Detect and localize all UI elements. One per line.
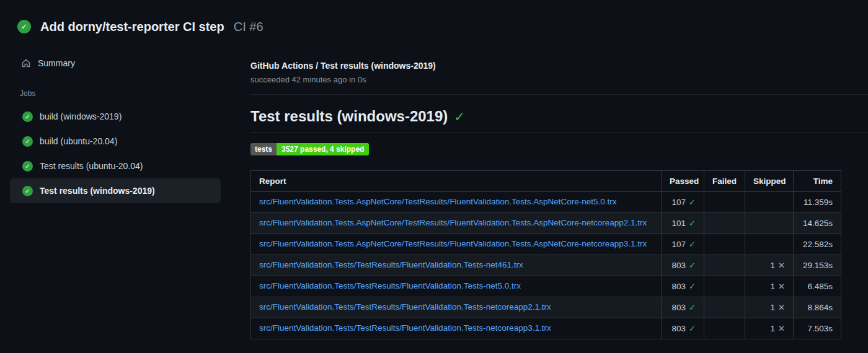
skipped-count: 1 <box>771 261 776 270</box>
cross-icon: ✕ <box>778 303 785 312</box>
check-icon: ✓ <box>689 261 696 270</box>
column-header-passed: Passed <box>662 171 704 192</box>
time-value: 6.485s <box>794 276 841 297</box>
passed-count: 101 <box>672 219 686 228</box>
skipped-count: 1 <box>771 282 776 291</box>
sidebar-item-test-results-ubuntu-2004[interactable]: ✓ Test results (ubuntu-20.04) <box>10 154 221 178</box>
table-header-row: Report Passed Failed Skipped Time <box>251 171 841 192</box>
check-icon: ✓ <box>689 282 696 291</box>
jobs-section-label: Jobs <box>20 89 242 98</box>
sidebar-item-build-windows-2019[interactable]: ✓ build (windows-2019) <box>10 104 221 129</box>
sidebar-summary-label: Summary <box>38 58 75 68</box>
passed-count: 803 <box>672 282 686 291</box>
check-glyph: ✓ <box>21 22 27 31</box>
sidebar-item-summary[interactable]: Summary <box>21 56 242 71</box>
check-glyph: ✓ <box>25 188 30 194</box>
time-value: 11.359s <box>794 192 841 213</box>
skipped-count: 1 <box>771 324 776 333</box>
check-icon: ✓ <box>689 198 696 207</box>
cross-icon: ✕ <box>778 261 785 270</box>
table-row: src/FluentValidation.Tests/TestResults/F… <box>251 255 841 276</box>
table-row: src/FluentValidation.Tests/TestResults/F… <box>251 297 841 318</box>
report-link[interactable]: src/FluentValidation.Tests.AspNetCore/Te… <box>259 239 647 248</box>
column-header-skipped: Skipped <box>745 171 794 192</box>
check-glyph: ✓ <box>25 138 30 145</box>
time-value: 29.153s <box>794 255 841 276</box>
time-value: 22.582s <box>794 234 841 255</box>
job-label: Test results (windows-2019) <box>40 186 155 196</box>
run-header: ✓ Add dorny/test-reporter CI step CI #6 <box>0 0 868 38</box>
sidebar-item-build-ubuntu-2004[interactable]: ✓ build (ubuntu-20.04) <box>10 129 221 154</box>
success-check-circle-icon: ✓ <box>22 136 33 147</box>
time-value: 8.864s <box>794 297 841 318</box>
badge-label: tests <box>250 143 277 155</box>
table-row: src/FluentValidation.Tests.AspNetCore/Te… <box>251 234 841 255</box>
success-check-circle-icon: ✓ <box>22 161 33 172</box>
passed-count: 107 <box>672 198 686 207</box>
report-link[interactable]: src/FluentValidation.Tests.AspNetCore/Te… <box>259 218 647 227</box>
table-row: src/FluentValidation.Tests.AspNetCore/Te… <box>251 192 841 213</box>
report-link[interactable]: src/FluentValidation.Tests/TestResults/F… <box>259 323 551 333</box>
passed-count: 803 <box>672 303 686 312</box>
check-run-title: GitHub Actions / Test results (windows-2… <box>250 61 868 71</box>
sidebar-item-test-results-windows-2019[interactable]: ✓ Test results (windows-2019) <box>10 178 221 203</box>
check-icon: ✓ <box>689 324 696 333</box>
success-check-circle-icon: ✓ <box>17 20 31 33</box>
time-value: 7.503s <box>794 318 841 339</box>
skipped-count: 1 <box>771 303 776 312</box>
job-label: Test results (ubuntu-20.04) <box>40 161 143 171</box>
check-icon: ✓ <box>689 240 696 249</box>
test-results-table: Report Passed Failed Skipped Time src/Fl… <box>250 170 841 339</box>
check-glyph: ✓ <box>25 163 30 170</box>
section-heading: Test results (windows-2019)✓ <box>250 108 868 133</box>
check-icon: ✓ <box>689 219 696 228</box>
report-link[interactable]: src/FluentValidation.Tests/TestResults/F… <box>259 281 521 290</box>
check-icon: ✓ <box>689 303 696 312</box>
passed-count: 803 <box>672 261 686 270</box>
passed-count: 107 <box>672 240 686 249</box>
sidebar: Summary Jobs ✓ build (windows-2019) ✓ bu… <box>0 38 242 203</box>
table-row: src/FluentValidation.Tests.AspNetCore/Te… <box>251 213 841 234</box>
table-row: src/FluentValidation.Tests/TestResults/F… <box>251 318 841 339</box>
home-icon <box>21 58 31 68</box>
divider <box>250 94 868 95</box>
run-title: Add dorny/test-reporter CI step <box>40 20 224 34</box>
column-header-failed: Failed <box>704 171 745 192</box>
run-number: CI #6 <box>234 20 264 34</box>
main-content: GitHub Actions / Test results (windows-2… <box>242 38 868 339</box>
column-header-time: Time <box>794 171 841 192</box>
cross-icon: ✕ <box>778 324 785 333</box>
passed-count: 803 <box>672 324 686 333</box>
section-heading-text: Test results (windows-2019) <box>250 108 448 124</box>
success-check-circle-icon: ✓ <box>22 186 33 196</box>
report-link[interactable]: src/FluentValidation.Tests.AspNetCore/Te… <box>259 197 617 206</box>
column-header-report: Report <box>251 171 662 192</box>
table-row: src/FluentValidation.Tests/TestResults/F… <box>251 276 841 297</box>
report-link[interactable]: src/FluentValidation.Tests/TestResults/F… <box>259 302 551 312</box>
check-icon: ✓ <box>454 110 465 124</box>
success-check-circle-icon: ✓ <box>22 111 33 122</box>
check-glyph: ✓ <box>25 113 30 120</box>
job-label: build (ubuntu-20.04) <box>40 136 117 146</box>
tests-badge: tests 3527 passed, 4 skipped <box>250 143 369 155</box>
check-run-status: succeeded 42 minutes ago in 0s <box>250 75 868 84</box>
time-value: 14.625s <box>794 213 841 234</box>
job-label: build (windows-2019) <box>40 111 122 121</box>
cross-icon: ✕ <box>778 282 785 291</box>
report-link[interactable]: src/FluentValidation.Tests/TestResults/F… <box>259 260 523 269</box>
badge-value: 3527 passed, 4 skipped <box>277 143 369 155</box>
